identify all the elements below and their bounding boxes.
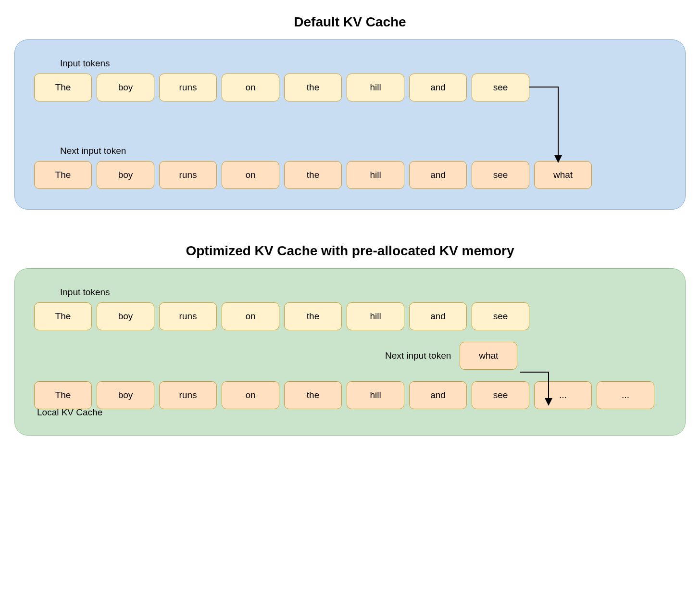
token: and <box>409 381 467 409</box>
token: The <box>34 161 92 189</box>
token: The <box>34 302 92 330</box>
token: on <box>222 161 279 189</box>
token-placeholder: ... <box>597 381 654 409</box>
row-next-input-default: The boy runs on the hill and see what <box>34 161 666 189</box>
token: boy <box>97 161 154 189</box>
token-placeholder: ... <box>534 381 592 409</box>
token: and <box>409 161 467 189</box>
token: and <box>409 74 467 101</box>
token: boy <box>97 381 154 409</box>
panel-optimized-kv: Input tokens The boy runs on the hill an… <box>14 268 686 436</box>
token: hill <box>347 381 404 409</box>
token: runs <box>159 74 217 101</box>
token: on <box>222 381 279 409</box>
token: the <box>284 74 342 101</box>
token: runs <box>159 381 217 409</box>
token: see <box>472 381 529 409</box>
row-input-tokens-opt: The boy runs on the hill and see <box>34 302 666 330</box>
token: boy <box>97 74 154 101</box>
token-next-opt: what <box>460 342 517 370</box>
title-optimized: Optimized KV Cache with pre-allocated KV… <box>14 243 686 259</box>
title-default: Default KV Cache <box>14 14 686 30</box>
label-input-tokens: Input tokens <box>60 58 666 69</box>
row-kv-cache-opt: The boy runs on the hill and see ... ... <box>34 381 666 409</box>
token: hill <box>347 161 404 189</box>
token: see <box>472 161 529 189</box>
label-next-input-token-opt: Next input token <box>385 350 451 361</box>
token-next: what <box>534 161 592 189</box>
panel-default-kv: Input tokens The boy runs on the hill an… <box>14 39 686 210</box>
token: the <box>284 161 342 189</box>
token: boy <box>97 302 154 330</box>
token: the <box>284 381 342 409</box>
label-next-input-token: Next input token <box>60 146 666 156</box>
token: on <box>222 302 279 330</box>
token: see <box>472 302 529 330</box>
token: runs <box>159 302 217 330</box>
token: runs <box>159 161 217 189</box>
token: the <box>284 302 342 330</box>
token: The <box>34 74 92 101</box>
row-input-tokens-default: The boy runs on the hill and see <box>34 74 666 101</box>
token: hill <box>347 74 404 101</box>
token: hill <box>347 302 404 330</box>
row-next-token-opt: Next input token what <box>385 342 666 370</box>
label-input-tokens-opt: Input tokens <box>60 287 666 298</box>
token: on <box>222 74 279 101</box>
token: and <box>409 302 467 330</box>
token: The <box>34 381 92 409</box>
token: see <box>472 74 529 101</box>
